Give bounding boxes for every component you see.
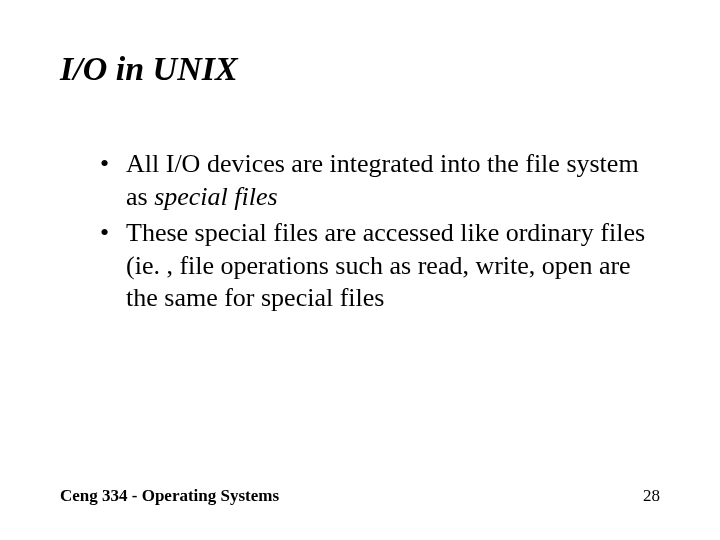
bullet-text-pre: These special files are accessed like or… [126, 218, 645, 312]
slide-footer: Ceng 334 - Operating Systems 28 [60, 486, 660, 506]
bullet-text-em: special files [154, 182, 277, 211]
slide-container: I/O in UNIX All I/O devices are integrat… [0, 0, 720, 540]
slide-content: All I/O devices are integrated into the … [60, 148, 660, 315]
bullet-item: These special files are accessed like or… [100, 217, 660, 315]
footer-course: Ceng 334 - Operating Systems [60, 486, 279, 506]
footer-page-number: 28 [643, 486, 660, 506]
bullet-item: All I/O devices are integrated into the … [100, 148, 660, 213]
slide-title: I/O in UNIX [60, 50, 660, 88]
